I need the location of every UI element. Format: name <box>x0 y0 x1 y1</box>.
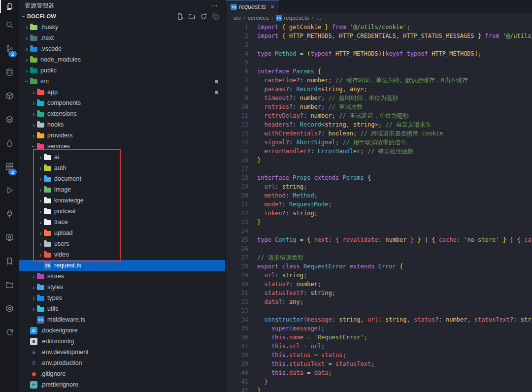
extensions-icon[interactable]: 2 <box>0 155 19 178</box>
tree-item-vscode[interactable]: .vscode <box>19 43 225 54</box>
code-line[interactable]: 40 this.data = data; <box>226 368 532 377</box>
code-line[interactable]: 36 this.name = 'RequestError'; <box>226 333 532 342</box>
tree-item-middleware-ts[interactable]: TSmiddleware.ts <box>19 314 225 325</box>
tree-item-image[interactable]: image <box>19 184 225 195</box>
code-line[interactable]: 8 params?: Record<string, any>; <box>226 85 532 94</box>
code-line[interactable]: 37 this.url = url; <box>226 342 532 351</box>
code-line[interactable]: 9 timeout?: number; // 超时时间，单位为毫秒 <box>226 94 532 102</box>
breadcrumb-item-[interactable]: … <box>316 15 322 21</box>
chevron-right-icon[interactable] <box>24 57 30 63</box>
code-line[interactable]: 42} <box>226 386 532 392</box>
code-line[interactable]: 18interface Props extends Params { <box>226 173 532 182</box>
breadcrumb-item-services[interactable]: services <box>248 15 268 21</box>
tree-item-utils[interactable]: utils <box>19 303 225 314</box>
new-folder-icon[interactable] <box>188 13 196 20</box>
chevron-down-icon[interactable] <box>24 78 30 85</box>
tree-item-services[interactable]: services <box>19 141 225 152</box>
live-preview-icon[interactable] <box>0 226 19 249</box>
code-line[interactable]: 24 <box>226 227 532 235</box>
tree-item-providers[interactable]: providers <box>19 130 225 141</box>
tree-item-request-ts[interactable]: TSrequest.ts <box>19 260 225 271</box>
tree-item-gitignore[interactable]: ◆.gitignore <box>19 368 225 379</box>
more-actions-icon[interactable]: ⋯ <box>211 1 218 9</box>
chevron-down-icon[interactable] <box>21 13 27 20</box>
code-line[interactable]: 33 <box>226 306 532 315</box>
close-icon[interactable]: × <box>270 3 274 10</box>
code-line[interactable]: 1import { getCookie } from '@/utils/cook… <box>226 23 532 32</box>
code-line[interactable]: 23} <box>226 218 532 227</box>
chevron-right-icon[interactable] <box>31 89 37 96</box>
tree-item-ai[interactable]: ai <box>19 152 225 163</box>
chevron-right-icon[interactable] <box>37 208 44 215</box>
code-line[interactable]: 16} <box>226 156 532 164</box>
breadcrumb-item-src[interactable]: src <box>233 15 241 21</box>
chevron-right-icon[interactable] <box>31 273 37 280</box>
code-line[interactable]: 30 status?: number; <box>226 280 532 289</box>
breadcrumb-item-request-ts[interactable]: TSrequest.ts <box>276 15 309 21</box>
tree-item-types[interactable]: types <box>19 293 225 303</box>
droplet-icon[interactable] <box>0 131 19 155</box>
chevron-right-icon[interactable] <box>37 252 44 258</box>
plug-icon[interactable] <box>0 202 19 226</box>
chevron-right-icon[interactable] <box>37 197 44 204</box>
chevron-right-icon[interactable] <box>24 46 30 52</box>
tree-item-src[interactable]: src <box>19 76 225 87</box>
tree-item-env-production[interactable]: ≡.env.production <box>19 358 225 368</box>
database-icon[interactable] <box>0 60 19 84</box>
tree-item-document[interactable]: document <box>19 173 225 184</box>
code-line[interactable]: 11 retryDelay?: number; // 重试延迟，单位为毫秒 <box>226 111 532 120</box>
code-line[interactable]: 20 method: Method; <box>226 191 532 200</box>
package-icon[interactable] <box>0 84 19 107</box>
tree-item-knowledge[interactable]: knowledge <box>19 195 225 206</box>
chevron-right-icon[interactable] <box>31 295 37 301</box>
code-line[interactable]: 19 url: string; <box>226 182 532 191</box>
tree-item-upload[interactable]: upload <box>19 228 225 238</box>
tree-item-public[interactable]: public <box>19 65 225 76</box>
project-folder-icon[interactable] <box>0 273 19 296</box>
tree-item-prettierrc[interactable]: P.prettierrc <box>19 390 225 392</box>
code-line[interactable]: 28export class RequestError extends Erro… <box>226 262 532 271</box>
code-line[interactable]: 7 cacheTime?: number; // 缓存时间，单位为秒。默认强缓存… <box>226 76 532 85</box>
chevron-down-icon[interactable] <box>31 143 37 150</box>
tree-item-app[interactable]: app <box>19 87 225 98</box>
tree-item-prettierignore[interactable]: P.prettierignore <box>19 379 225 390</box>
code-line[interactable]: 22 token?: string; <box>226 209 532 218</box>
run-debug-icon[interactable] <box>0 178 19 202</box>
tree-item-husky[interactable]: .husky <box>19 22 225 33</box>
code-line[interactable]: 21 mode?: RequestMode; <box>226 200 532 209</box>
tree-item-extensions[interactable]: extensions <box>19 108 225 119</box>
tree-item-hooks[interactable]: hooks <box>19 119 225 130</box>
search-icon[interactable] <box>0 13 19 36</box>
chevron-right-icon[interactable] <box>37 230 44 236</box>
tree-item-auth[interactable]: auth <box>19 163 225 173</box>
chevron-right-icon[interactable] <box>37 176 44 182</box>
code-line[interactable]: 41 } <box>226 377 532 386</box>
code-line[interactable]: 3 <box>226 40 532 49</box>
new-file-icon[interactable] <box>176 13 184 20</box>
hexagon-tool-icon[interactable] <box>0 296 19 320</box>
chevron-right-icon[interactable] <box>37 219 44 226</box>
bookmarks-icon[interactable] <box>0 249 19 273</box>
tree-item-podcast[interactable]: podcast <box>19 206 225 217</box>
code-line[interactable]: 2import { HTTP_METHODS, HTTP_CREDENTIALS… <box>226 32 532 40</box>
chevron-right-icon[interactable] <box>24 67 30 74</box>
code-line[interactable]: 15 errorHandler?: ErrorHandler; // 错误处理函… <box>226 147 532 156</box>
chevron-right-icon[interactable] <box>37 187 44 193</box>
code-line[interactable]: 34 constructor(message: string, url: str… <box>226 315 532 324</box>
code-line[interactable]: 14 signal?: AbortSignal; // 用于取消请求的信号 <box>226 138 532 147</box>
code-line[interactable]: 27// 请求错误类型 <box>226 253 532 262</box>
code-line[interactable]: 4type Method = (typeof HTTP_METHODS)[key… <box>226 49 532 58</box>
code-line[interactable]: 5 <box>226 58 532 67</box>
code-line[interactable]: 31 statusText?: string; <box>226 289 532 297</box>
tree-item-node-modules[interactable]: node_modules <box>19 54 225 65</box>
chevron-right-icon[interactable] <box>31 122 37 128</box>
chevron-right-icon[interactable] <box>24 35 30 41</box>
chevron-right-icon[interactable] <box>37 241 44 247</box>
chevron-right-icon[interactable] <box>31 306 37 312</box>
code-line[interactable]: 12 headers?: Record<string, string>; // … <box>226 120 532 129</box>
tree-item-editorconfig[interactable]: E.editorconfig <box>19 336 225 347</box>
tree-item-stores[interactable]: stores <box>19 271 225 282</box>
code-line[interactable]: 25type Config = { next: { revalidate: nu… <box>226 235 532 244</box>
tree-item-users[interactable]: users <box>19 238 225 249</box>
code-line[interactable]: 26 <box>226 244 532 253</box>
